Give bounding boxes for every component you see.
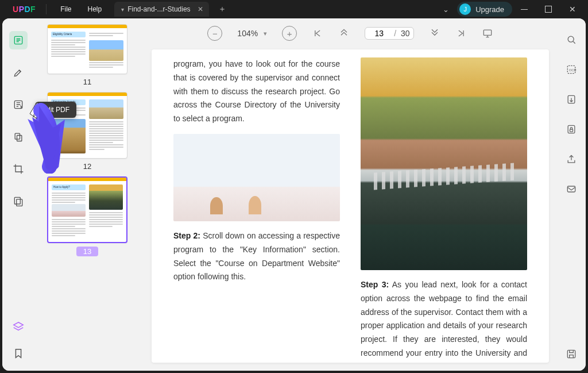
tab-bar: ▾ Find-and-...r-Studies ✕ ＋: [114, 0, 231, 18]
redact-icon: [13, 195, 24, 207]
thumbnail-number: 12: [83, 162, 91, 171]
crop-button[interactable]: [9, 160, 28, 178]
menu-file[interactable]: File: [52, 5, 79, 13]
thumbnail-panel: Eligibility Criteria 11: [34, 18, 144, 371]
reader-mode-icon: [13, 34, 24, 46]
save-icon: [566, 348, 577, 360]
article-image-group: [173, 134, 340, 221]
document-page: program, you have to look out for the co…: [152, 49, 549, 363]
svg-rect-4: [14, 197, 20, 204]
svg-text:OCR: OCR: [569, 68, 577, 72]
layers-button[interactable]: [9, 318, 28, 336]
step3-label: Step 3:: [361, 280, 389, 289]
paragraph: Step 2: Scroll down on accessing a respe…: [173, 229, 340, 284]
tab-overflow-button[interactable]: ⌄: [437, 5, 455, 14]
lock-page-icon: [566, 124, 577, 135]
divider: [46, 4, 47, 14]
total-pages: 30: [401, 29, 410, 38]
page-number-box[interactable]: / 30: [365, 27, 413, 40]
redact-button[interactable]: [9, 192, 28, 210]
right-tool-strip: OCR: [557, 18, 586, 371]
svg-rect-9: [483, 30, 491, 35]
app-logo: UPDF: [3, 5, 40, 14]
edit-pdf-tooltip: Edit PDF: [35, 102, 76, 118]
crop-icon: [13, 163, 24, 175]
tab-close-icon[interactable]: ✕: [198, 5, 203, 13]
zoom-in-button[interactable]: +: [282, 26, 297, 41]
document-toolbar: − 104% ▾ + / 30: [144, 18, 557, 44]
document-right-column: Step 3: As you lead next, look for a con…: [361, 49, 527, 351]
paragraph: Step 3: As you lead next, look for a con…: [361, 278, 527, 363]
article-image-bridge: [361, 57, 527, 270]
menu-help[interactable]: Help: [80, 5, 110, 13]
zoom-dropdown-icon[interactable]: ▾: [264, 30, 267, 37]
layers-icon: [12, 321, 25, 333]
svg-point-10: [568, 36, 574, 42]
left-tool-strip: Edit PDF: [2, 18, 34, 371]
title-bar: UPDF File Help ▾ Find-and-...r-Studies ✕…: [0, 0, 588, 18]
reader-mode-button[interactable]: [9, 31, 28, 49]
share-button[interactable]: [563, 151, 580, 168]
new-tab-button[interactable]: ＋: [212, 4, 232, 14]
document-tab[interactable]: ▾ Find-and-...r-Studies ✕: [114, 2, 208, 17]
tab-indicator-icon: ▾: [121, 6, 124, 13]
user-avatar: J: [459, 3, 471, 15]
svg-rect-3: [17, 136, 22, 141]
share-icon: [566, 153, 577, 165]
edit-pdf-button[interactable]: [9, 95, 28, 114]
save-button[interactable]: [563, 345, 580, 363]
convert-button[interactable]: [563, 91, 580, 108]
ocr-icon: OCR: [566, 64, 577, 75]
thumbnail-number: 13: [76, 247, 98, 256]
zoom-out-button[interactable]: −: [207, 26, 222, 41]
organize-pages-button[interactable]: [9, 128, 28, 146]
search-icon: [566, 34, 577, 45]
next-page-button[interactable]: [429, 28, 440, 39]
svg-rect-16: [567, 186, 575, 192]
annotate-button[interactable]: [9, 63, 28, 82]
svg-rect-5: [17, 199, 22, 206]
step3-text: As you lead next, look for a contact opt…: [361, 280, 527, 363]
prev-page-button[interactable]: [338, 28, 350, 39]
organize-pages-icon: [13, 131, 24, 143]
ocr-button[interactable]: OCR: [563, 61, 580, 78]
work-area: Edit PDF: [2, 18, 586, 371]
window-minimize-button[interactable]: [512, 0, 536, 18]
search-button[interactable]: [563, 31, 580, 48]
thumbnail-page-11[interactable]: Eligibility Criteria 11: [40, 24, 134, 86]
protect-button[interactable]: [563, 121, 580, 138]
svg-rect-15: [570, 129, 573, 132]
paragraph: program, you have to look out for the co…: [173, 57, 340, 126]
last-page-button[interactable]: [455, 28, 467, 39]
svg-rect-17: [567, 350, 575, 357]
email-button[interactable]: [563, 180, 580, 198]
first-page-button[interactable]: [312, 28, 323, 39]
convert-icon: [566, 94, 577, 105]
mail-icon: [566, 183, 577, 195]
document-left-column: program, you have to look out for the co…: [173, 49, 340, 351]
zoom-level[interactable]: 104% ▾: [237, 29, 267, 38]
document-view: − 104% ▾ + / 30: [144, 18, 557, 371]
thumbnail-page-13[interactable]: How to Apply?: [40, 176, 134, 256]
current-page-input[interactable]: [369, 29, 389, 38]
upgrade-label: Upgrade: [475, 5, 504, 14]
zoom-value: 104%: [237, 29, 258, 38]
bookmarks-button[interactable]: [9, 344, 28, 363]
upgrade-button[interactable]: J Upgrade: [457, 2, 512, 17]
tab-label: Find-and-...r-Studies: [127, 5, 190, 13]
window-close-button[interactable]: ✕: [560, 0, 585, 18]
highlighter-icon: [13, 67, 24, 78]
svg-rect-2: [15, 133, 20, 139]
step2-label: Step 2:: [173, 231, 200, 240]
thumbnail-number: 11: [83, 78, 91, 86]
edit-pdf-icon: [13, 99, 24, 110]
page-separator: /: [394, 29, 396, 38]
window-maximize-button[interactable]: [536, 0, 560, 18]
presentation-button[interactable]: [482, 28, 493, 39]
bookmark-icon: [12, 347, 25, 360]
